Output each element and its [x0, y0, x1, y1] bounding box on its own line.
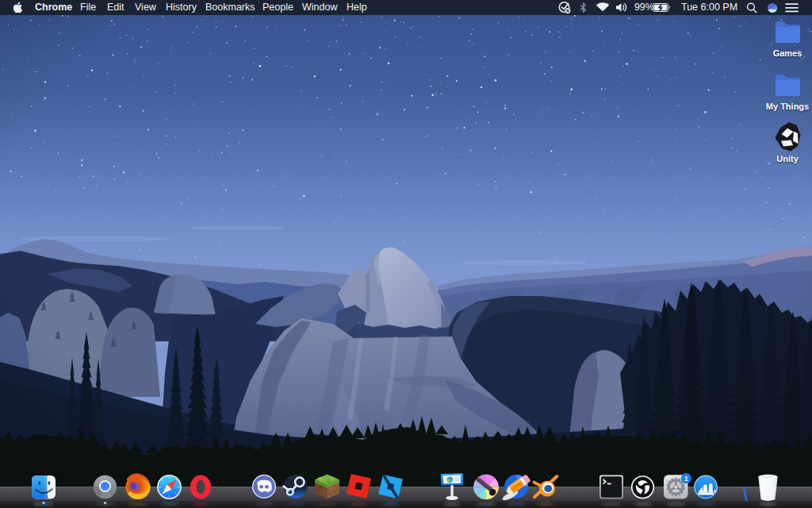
svg-text:1: 1 [684, 475, 688, 483]
